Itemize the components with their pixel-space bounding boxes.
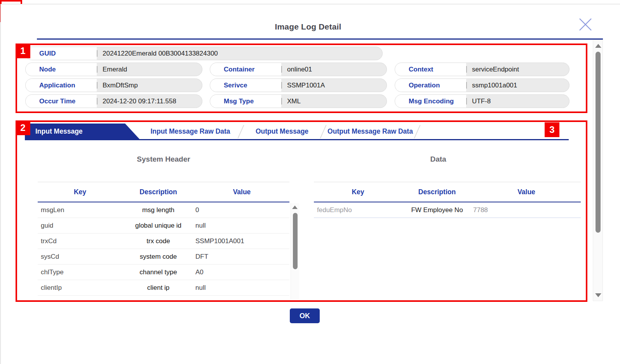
cell-description: client ip xyxy=(122,284,194,292)
field-guid-label: GUID xyxy=(26,47,97,60)
dialog-scrollbar[interactable] xyxy=(593,40,603,301)
table-row: trxCd trx code SSMP1001A001 xyxy=(38,233,289,249)
column-header-key: Key xyxy=(314,188,402,196)
field-separator xyxy=(97,50,98,57)
field-separator xyxy=(466,66,467,73)
field-node-value: Emerald xyxy=(103,66,127,73)
field-container-value: online01 xyxy=(287,66,312,73)
system-header-scrollbar-thumb[interactable] xyxy=(293,213,298,269)
table-row: chlType channel type A0 xyxy=(38,265,289,280)
table-row: feduEmpNo FW Employee No 7788 xyxy=(314,202,581,218)
field-separator xyxy=(281,98,282,104)
ok-button[interactable]: OK xyxy=(290,308,320,323)
page-title: Image Log Detail xyxy=(0,22,616,31)
column-header-value: Value xyxy=(472,188,581,196)
field-service-label: Serivce xyxy=(210,79,281,92)
cell-value: SSMP1001A001 xyxy=(194,237,289,245)
cell-key: feduEmpNo xyxy=(314,206,402,214)
field-guid: GUID 20241220Emerald 00B3004133824300 xyxy=(25,47,383,60)
scroll-down-arrow-icon[interactable] xyxy=(595,293,601,297)
tab-output-message[interactable]: Output Message xyxy=(242,124,322,139)
field-operation-label: Operation xyxy=(395,79,466,92)
cell-description: FW Employee No xyxy=(402,206,472,214)
field-separator xyxy=(281,66,282,73)
system-header-scrollbar[interactable] xyxy=(291,203,299,299)
annotation-badge-1: 1 xyxy=(16,44,30,58)
cell-value: 7788 xyxy=(472,206,581,214)
cell-description: trx code xyxy=(122,237,194,245)
field-application-value: BxmDftSmp xyxy=(103,82,138,89)
system-header-table: Key Description Value msgLen msg length … xyxy=(38,182,289,296)
field-application-label: Application xyxy=(26,79,97,92)
field-separator xyxy=(97,66,98,73)
field-separator xyxy=(466,98,467,104)
image-log-detail-dialog: Image Log Detail 1 GUID 20241220Emerald … xyxy=(0,0,620,364)
cell-value: null xyxy=(194,284,289,292)
column-header-description: Description xyxy=(402,188,472,196)
data-table: Key Description Value feduEmpNo FW Emplo… xyxy=(314,182,581,218)
table-row: guid global unique id null xyxy=(38,218,289,233)
field-occur-time: Occur Time 2024-12-20 09:17:11.558 xyxy=(25,94,202,108)
system-header-title: System Header xyxy=(38,155,289,164)
scroll-up-arrow-icon[interactable] xyxy=(292,206,298,209)
field-msg-encoding-label: Msg Encoding xyxy=(395,95,466,108)
cell-description: channel type xyxy=(122,268,194,276)
cell-value: DFT xyxy=(194,253,289,261)
cell-key: sysCd xyxy=(38,253,122,261)
system-header-table-head: Key Description Value xyxy=(38,182,289,202)
close-icon[interactable] xyxy=(577,16,594,33)
cell-key: guid xyxy=(38,222,122,230)
annotation-badge-3: 3 xyxy=(545,122,559,137)
cell-value: A0 xyxy=(194,268,289,276)
field-node-label: Node xyxy=(26,63,97,76)
cell-key: msgLen xyxy=(38,206,122,214)
data-title: Data xyxy=(314,155,563,164)
table-row: msgLen msg length 0 xyxy=(38,202,289,218)
field-operation-value: ssmp1001a001 xyxy=(472,82,517,89)
field-occur-time-value: 2024-12-20 09:17:11.558 xyxy=(103,98,176,105)
field-separator xyxy=(281,82,282,89)
dialog-scrollbar-thumb[interactable] xyxy=(596,52,601,233)
annotation-badge-2: 2 xyxy=(16,120,30,135)
column-header-value: Value xyxy=(194,188,289,196)
cell-key: trxCd xyxy=(38,237,122,245)
field-node: Node Emerald xyxy=(25,63,202,76)
data-table-head: Key Description Value xyxy=(314,182,581,202)
table-row: clientIp client ip null xyxy=(38,280,289,296)
column-header-key: Key xyxy=(38,188,122,196)
field-guid-value: 20241220Emerald 00B3004133824300 xyxy=(103,50,218,57)
cell-value: null xyxy=(194,222,289,230)
field-separator xyxy=(466,82,467,89)
tab-input-message-raw-data[interactable]: Input Message Raw Data xyxy=(141,124,240,139)
column-header-description: Description xyxy=(122,188,194,196)
title-divider xyxy=(37,38,603,40)
field-separator xyxy=(97,82,98,89)
field-msg-encoding-value: UTF-8 xyxy=(472,98,491,105)
field-container: Container online01 xyxy=(210,63,387,76)
cell-description: msg length xyxy=(122,206,194,214)
field-occur-time-label: Occur Time xyxy=(26,95,97,108)
tab-input-message[interactable]: Input Message xyxy=(25,124,140,139)
field-separator xyxy=(97,98,98,104)
tab-output-message-raw-data[interactable]: Output Message Raw Data xyxy=(324,124,416,139)
field-context: Context serviceEndpoint xyxy=(395,63,569,76)
field-msg-type: Msg Type XML xyxy=(210,94,387,108)
field-context-label: Context xyxy=(395,63,466,76)
cell-description: system code xyxy=(122,253,194,261)
field-service-value: SSMP1001A xyxy=(287,82,325,89)
table-row: sysCd system code DFT xyxy=(38,249,289,265)
field-container-label: Container xyxy=(210,63,281,76)
field-msg-encoding: Msg Encoding UTF-8 xyxy=(395,94,569,108)
field-application: Application BxmDftSmp xyxy=(25,78,202,92)
cell-key: clientIp xyxy=(38,284,122,292)
field-msg-type-label: Msg Type xyxy=(210,95,281,108)
field-operation: Operation ssmp1001a001 xyxy=(395,78,569,92)
field-context-value: serviceEndpoint xyxy=(472,66,519,73)
cell-key: chlType xyxy=(38,268,122,276)
scroll-up-arrow-icon[interactable] xyxy=(595,44,601,48)
cell-value: 0 xyxy=(194,206,289,214)
field-service: Serivce SSMP1001A xyxy=(210,78,387,92)
field-msg-type-value: XML xyxy=(287,98,301,105)
cell-description: global unique id xyxy=(122,222,194,230)
